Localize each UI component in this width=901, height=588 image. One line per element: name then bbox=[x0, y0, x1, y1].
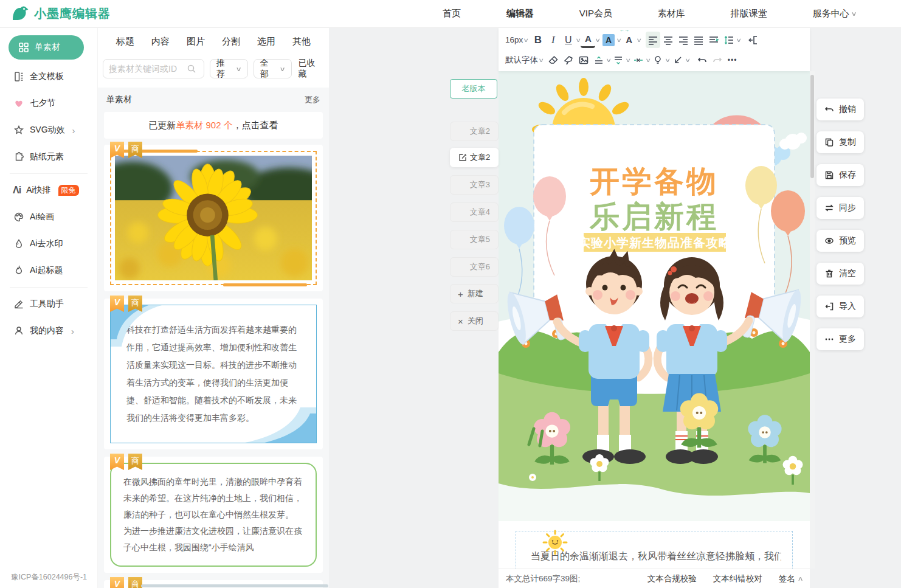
chevron-down-icon[interactable]: ∨ bbox=[685, 57, 691, 63]
align-left-button[interactable] bbox=[646, 32, 660, 48]
more-link[interactable]: 更多 bbox=[305, 94, 320, 105]
align-justify-button[interactable] bbox=[691, 32, 706, 48]
chevron-down-icon[interactable]: ∨ bbox=[616, 37, 622, 43]
font-family-select[interactable]: 默认字体∨ bbox=[503, 52, 545, 68]
nav-home[interactable]: 首页 bbox=[443, 8, 461, 19]
sidebar-item-ai-quick-layout[interactable]: Λi Ai快排 限免 bbox=[0, 177, 97, 204]
preview-action-button[interactable]: 预览 bbox=[816, 230, 864, 252]
signature-toggle[interactable]: 签名∧ bbox=[779, 573, 803, 584]
nav-service[interactable]: 服务中心∨ bbox=[813, 8, 856, 19]
scope-dropdown[interactable]: 全部 ∨ bbox=[254, 59, 292, 78]
tab-divider[interactable]: 分割 bbox=[222, 36, 240, 47]
nav-vip[interactable]: VIP会员 bbox=[579, 8, 612, 19]
underline-button[interactable]: U bbox=[561, 32, 576, 48]
bold-button[interactable]: B bbox=[531, 32, 545, 48]
align-right-button[interactable] bbox=[676, 32, 691, 48]
material-card-tech-text[interactable]: V 商 科技在打造舒适生活方面发挥着越来越重要的作用，它通过提高效率、增加便利性… bbox=[104, 299, 323, 449]
sidebar-item-ai-title[interactable]: Ai起标题 bbox=[0, 257, 97, 284]
undo-icon[interactable] bbox=[695, 52, 709, 68]
save-action-button[interactable]: 保存 bbox=[816, 164, 864, 186]
paragraph-space-top-icon[interactable] bbox=[592, 52, 606, 68]
font-color-button[interactable]: A bbox=[581, 32, 595, 48]
search-input[interactable] bbox=[109, 64, 184, 74]
selected-text-block[interactable]: 当夏日的余温渐渐退去，秋风带着丝丝凉意轻拂脸颊，我们 迎来了充满希望与活力的新学… bbox=[516, 531, 793, 569]
materials-horizontal-scrollbar[interactable] bbox=[97, 584, 329, 588]
more-action-button[interactable]: 更多 bbox=[816, 328, 864, 350]
import-action-button[interactable]: 导入 bbox=[816, 296, 864, 317]
tab-image[interactable]: 图片 bbox=[187, 36, 205, 47]
nav-material-library[interactable]: 素材库 bbox=[658, 8, 685, 19]
tab-selected[interactable]: 选用 bbox=[257, 36, 275, 47]
new-article-button[interactable]: + 新建 bbox=[450, 284, 499, 303]
copy-action-button[interactable]: 复制 bbox=[816, 131, 864, 153]
clear-action-button[interactable]: 清空 bbox=[816, 263, 864, 285]
tab-title[interactable]: 标题 bbox=[116, 36, 134, 47]
article-tab-2-active[interactable]: 文章2 bbox=[450, 148, 499, 167]
poster-illustration[interactable]: 开学备物 乐启新程 实验小学新生物品准备攻略 bbox=[499, 71, 810, 521]
sort-dropdown[interactable]: 推荐 ∨ bbox=[210, 59, 248, 78]
article-tab-4[interactable]: 文章4 bbox=[450, 202, 499, 222]
word-spacing-icon[interactable] bbox=[631, 52, 646, 68]
nav-course[interactable]: 排版课堂 bbox=[731, 8, 767, 19]
chevron-down-icon[interactable]: ∨ bbox=[575, 37, 581, 43]
material-card-sunflower[interactable]: V 商 bbox=[104, 145, 323, 291]
material-card-green-text[interactable]: V 商 在微风拂面的童年时光里，清澈的眼眸中孕育着未来的希望。在这片纯净的土地上… bbox=[104, 457, 323, 573]
paragraph-space-bottom-icon[interactable] bbox=[611, 52, 626, 68]
sunflower-photo bbox=[115, 156, 312, 280]
sync-action-button[interactable]: 同步 bbox=[816, 197, 864, 219]
sidebar-item-tool-assistant[interactable]: 工具助手 bbox=[0, 291, 97, 317]
highlight-color-button[interactable]: A bbox=[601, 32, 616, 48]
brand-logo[interactable]: 小墨鹰编辑器 bbox=[11, 4, 111, 22]
search-icon[interactable] bbox=[187, 64, 196, 74]
nav-editor[interactable]: 编辑器 bbox=[506, 8, 534, 19]
sidebar-item-my-content[interactable]: 我的内容 › bbox=[0, 317, 97, 344]
chevron-down-icon[interactable]: ∨ bbox=[626, 57, 632, 63]
insert-image-icon[interactable] bbox=[576, 52, 591, 68]
tab-other[interactable]: 其他 bbox=[292, 36, 311, 47]
eraser-icon[interactable] bbox=[546, 52, 561, 68]
proofread-link[interactable]: 文本纠错校对 bbox=[713, 573, 762, 584]
chevron-down-icon[interactable]: ∨ bbox=[665, 57, 671, 63]
redo-icon[interactable] bbox=[710, 52, 725, 68]
article-tab-1[interactable]: 文章2 bbox=[450, 122, 499, 141]
line-height-button[interactable] bbox=[722, 32, 736, 48]
highlight-lamp-icon[interactable] bbox=[651, 52, 665, 68]
document-section[interactable]: 当夏日的余温渐渐退去，秋风带着丝丝凉意轻拂脸颊，我们 迎来了充满希望与活力的新学… bbox=[499, 521, 810, 569]
update-notice[interactable]: 已更新单素材 902 个，点击查看 bbox=[104, 112, 323, 139]
article-tab-6[interactable]: 文章6 bbox=[450, 257, 499, 277]
sidebar-item-ai-painting[interactable]: Ai绘画 bbox=[0, 204, 97, 230]
sidebar-item-svg-animation[interactable]: SVG动效 › bbox=[0, 117, 97, 144]
sidebar-item-qixi[interactable]: 七夕节 bbox=[0, 90, 97, 117]
scrollbar-thumb[interactable] bbox=[810, 75, 814, 178]
sidebar-item-single-material[interactable]: 单素材 bbox=[9, 35, 84, 60]
favorites-link[interactable]: 已收藏 bbox=[299, 58, 323, 80]
undo-action-button[interactable]: 撤销 bbox=[816, 99, 864, 120]
chevron-down-icon[interactable]: ∨ bbox=[595, 37, 601, 43]
more-tools-button[interactable]: ••• bbox=[725, 52, 740, 68]
article-tab-5[interactable]: 文章5 bbox=[450, 230, 499, 249]
corner-arrow-icon[interactable] bbox=[671, 52, 685, 68]
tab-content[interactable]: 内容 bbox=[151, 36, 170, 47]
old-version-button[interactable]: 老版本 bbox=[450, 79, 497, 99]
sidebar-item-full-template[interactable]: 全文模板 bbox=[0, 63, 97, 90]
editor-vertical-scrollbar[interactable] bbox=[810, 71, 815, 569]
editor-canvas[interactable]: 开学备物 乐启新程 实验小学新生物品准备攻略 bbox=[499, 71, 810, 569]
align-center-button[interactable] bbox=[661, 32, 675, 48]
materials-section-header: 单素材 更多 bbox=[104, 88, 323, 112]
close-article-button[interactable]: × 关闭 bbox=[450, 311, 499, 331]
outdent-bracket-button[interactable] bbox=[746, 32, 761, 48]
chevron-down-icon[interactable]: ∨ bbox=[636, 37, 642, 43]
chevron-down-icon[interactable]: ∨ bbox=[606, 57, 612, 63]
search-box[interactable] bbox=[103, 59, 204, 78]
article-tab-3[interactable]: 文章3 bbox=[450, 175, 499, 195]
sidebar-item-ai-watermark[interactable]: Ai去水印 bbox=[0, 230, 97, 257]
font-size-select[interactable]: 16px∨ bbox=[503, 32, 530, 48]
indent-button[interactable] bbox=[706, 32, 721, 48]
letter-spacing-button[interactable]: ←→A bbox=[622, 32, 637, 48]
italic-button[interactable]: I bbox=[546, 32, 561, 48]
chevron-down-icon[interactable]: ∨ bbox=[736, 37, 742, 43]
sidebar-item-sticker[interactable]: 贴纸元素 bbox=[0, 144, 97, 170]
format-painter-icon[interactable] bbox=[561, 52, 576, 68]
chevron-down-icon[interactable]: ∨ bbox=[645, 57, 651, 63]
compliance-check-link[interactable]: 文本合规校验 bbox=[647, 573, 697, 584]
